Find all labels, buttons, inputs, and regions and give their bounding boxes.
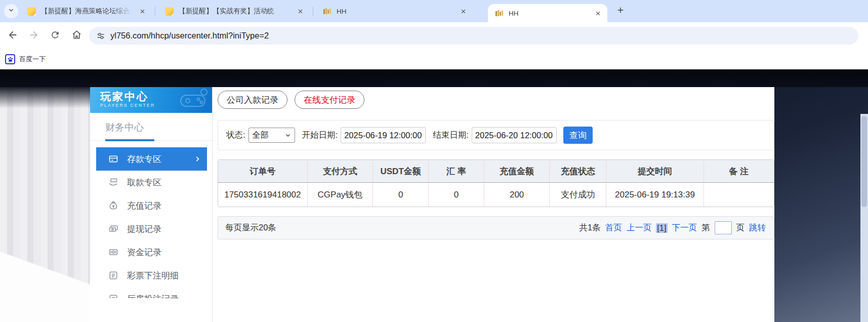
jump-prefix-text: 第 — [701, 222, 710, 233]
bookmark-baidu[interactable]: 百度一下 — [5, 54, 46, 64]
jump-link[interactable]: 跳转 — [749, 222, 766, 233]
close-icon[interactable] — [138, 7, 147, 16]
pagination-bar: 每页显示20条 共1条 首页 上一页 [1] 下一页 第 页 跳转 — [218, 216, 774, 239]
tab-company-deposit-records[interactable]: 公司入款记录 — [218, 91, 287, 109]
page-scrollbar[interactable] — [860, 114, 868, 322]
page-top-dark-band — [0, 69, 868, 87]
forward-icon — [28, 29, 39, 43]
sidebar-item-funds-records[interactable]: 资金记录 — [90, 240, 212, 264]
sidebar-item-deposit-zone[interactable]: 存款专区 — [96, 147, 207, 171]
current-page-indicator: [1] — [656, 223, 667, 233]
plus-icon — [616, 6, 625, 17]
status-select-value: 全部 — [253, 130, 269, 141]
jump-suffix-text: 页 — [736, 222, 745, 233]
sidebar-item-room-bet-records[interactable]: 厅房投注记录 — [90, 287, 212, 298]
filter-bar: 状态: 全部 开始日期: 结束日期: 查询 — [218, 120, 774, 150]
chevron-down-icon — [7, 6, 15, 16]
sidebar-item-recharge-records[interactable]: 充值记录 — [90, 194, 212, 217]
page-viewport: 玩家中心 PLAYERS CENTER 财务中心 存款专区 — [0, 69, 868, 322]
column-header: 备 注 — [704, 160, 774, 182]
list-icon — [108, 270, 118, 280]
cell-recharge-status: 支付成功 — [549, 183, 606, 207]
cell-usdt-amount: 0 — [373, 183, 428, 207]
forward-button[interactable] — [25, 27, 43, 45]
table-header-row: 订单号 支付方式 USDT金额 汇 率 充值金额 充值状态 提交时间 备 注 — [218, 160, 774, 183]
cell-exchange-rate: 0 — [428, 183, 484, 207]
sidebar-item-withdrawal-records[interactable]: 提现记录 — [90, 217, 212, 240]
list-icon — [108, 294, 118, 298]
cell-remark — [704, 183, 774, 207]
tab-search-button[interactable] — [4, 4, 18, 18]
record-type-tabs: 公司入款记录 在线支付记录 — [218, 87, 774, 109]
total-count-text: 共1条 — [579, 222, 600, 233]
wallet-bill-icon — [108, 247, 118, 257]
sidebar-item-lottery-bet-detail[interactable]: 彩票下注明细 — [90, 264, 212, 287]
status-label: 状态: — [226, 130, 245, 141]
sidebar-item-withdraw-zone[interactable]: 取款专区 — [90, 171, 212, 194]
sidebar-item-label: 取款专区 — [127, 177, 161, 188]
sidebar-section-title: 财务中心 — [90, 113, 212, 141]
column-header: 订单号 — [218, 160, 307, 182]
sidebar: 玩家中心 PLAYERS CENTER 财务中心 存款专区 — [90, 87, 213, 322]
main-content: 公司入款记录 在线支付记录 状态: 全部 开始日期: 结束日期: 查询 — [218, 87, 774, 322]
next-page-link[interactable]: 下一页 — [672, 222, 697, 233]
browser-toolbar: yl756.com/hhcp/usercenter.html?iniType=2 — [0, 22, 868, 49]
status-select[interactable]: 全部 — [249, 128, 295, 143]
page-jump-input[interactable] — [715, 221, 732, 234]
hand-money-icon — [108, 177, 118, 187]
start-date-input[interactable] — [341, 127, 426, 143]
sidebar-item-label: 彩票下注明细 — [127, 270, 179, 281]
end-date-label: 结束日期: — [433, 130, 469, 141]
pagination-controls: 共1条 首页 上一页 [1] 下一页 第 页 跳转 — [579, 221, 766, 234]
browser-tab-2[interactable]: 【新提醒】【实战有奖】活动统 — [158, 0, 310, 22]
prev-page-link[interactable]: 上一页 — [627, 222, 652, 233]
column-header: USDT金额 — [373, 160, 428, 182]
close-icon[interactable] — [459, 7, 468, 16]
money-bag-icon — [108, 200, 118, 211]
column-header: 充值状态 — [549, 160, 606, 182]
back-icon — [7, 29, 18, 43]
reload-button[interactable] — [47, 27, 64, 45]
tab-separator — [155, 7, 155, 16]
forum-favicon-icon — [27, 7, 36, 16]
home-button[interactable] — [68, 27, 85, 45]
new-tab-button[interactable] — [613, 4, 628, 18]
deposit-card-icon — [108, 154, 118, 164]
tab-online-payment-records[interactable]: 在线支付记录 — [295, 91, 364, 109]
browser-tab-3[interactable]: HH — [316, 0, 473, 22]
sidebar-item-label: 提现记录 — [127, 223, 161, 235]
gamepad-icon — [177, 88, 209, 113]
column-header: 充值金额 — [484, 160, 550, 182]
address-bar[interactable]: yl756.com/hhcp/usercenter.html?iniType=2 — [89, 27, 858, 45]
tab-separator — [313, 7, 313, 16]
close-icon[interactable] — [296, 7, 305, 16]
browser-tab-strip: 【新提醒】海燕策略论坛综合交 【新提醒】【实战有奖】活动统 HH HH — [0, 0, 868, 22]
baidu-paw-icon — [5, 54, 15, 64]
browser-tab-1[interactable]: 【新提醒】海燕策略论坛综合交 — [20, 0, 152, 22]
forum-favicon-icon — [165, 7, 174, 16]
hh-favicon-icon — [495, 9, 504, 18]
tab-title: 【新提醒】【实战有奖】活动统 — [179, 7, 293, 16]
bookmarks-bar: 百度一下 — [0, 49, 868, 69]
tab-title: HH — [509, 10, 590, 17]
cell-submit-time: 2025-06-19 19:13:39 — [606, 183, 703, 207]
first-page-link[interactable]: 首页 — [605, 222, 622, 233]
sidebar-item-label: 厅房投注记录 — [127, 293, 179, 299]
browser-tab-4-active[interactable]: HH — [488, 4, 607, 22]
url-text: yl756.com/hhcp/usercenter.html?iniType=2 — [110, 31, 269, 41]
home-icon — [71, 29, 82, 42]
back-button[interactable] — [4, 27, 21, 45]
search-button[interactable]: 查询 — [563, 127, 593, 144]
sidebar-item-label: 充值记录 — [127, 200, 161, 212]
table-row: 1750331619418002 CGPay钱包 0 0 200 支付成功 20… — [218, 183, 774, 207]
close-icon[interactable] — [593, 9, 602, 18]
sidebar-item-label: 存款专区 — [127, 153, 161, 165]
chevron-down-icon — [285, 132, 291, 138]
tab-title: 【新提醒】海燕策略论坛综合交 — [41, 7, 135, 16]
scrollbar-thumb[interactable] — [861, 116, 867, 207]
site-info-icon[interactable] — [96, 31, 105, 41]
end-date-input[interactable] — [472, 127, 557, 143]
sidebar-menu: 存款专区 取款专区 充值记录 — [90, 147, 212, 298]
cell-recharge-amount: 200 — [484, 183, 550, 207]
column-header: 汇 率 — [428, 160, 484, 182]
